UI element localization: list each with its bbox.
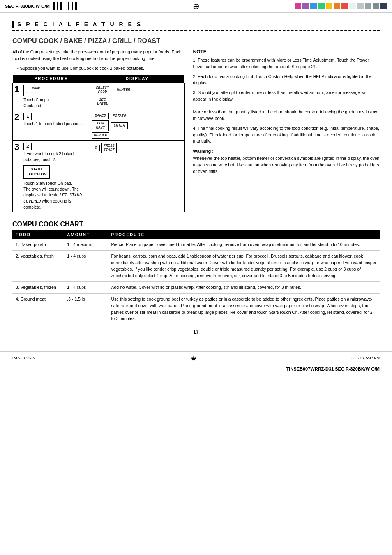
left-column: All of the Compu settings take the guess… [12, 49, 185, 212]
display-number2: NUMBER [92, 132, 109, 139]
header-colors [295, 3, 387, 9]
color-block-11 [373, 3, 379, 9]
chart-food-4: 4. Ground meat [12, 294, 64, 325]
note-item-4: The final cooking result will vary accor… [193, 125, 380, 145]
compass-icon: ⊕ [193, 2, 200, 11]
footer-bottom-text: TINSEB007WRRZ-D31 SEC R-820BK/W O/M [0, 365, 392, 373]
note-item-3: Should you attempt to enter more or less… [193, 90, 380, 122]
note-section: NOTE: These features can be programmed w… [193, 49, 380, 145]
chart-heading: COMPU COOK CHART [12, 221, 380, 228]
chart-procedure-2: For beans, carrots, corn and peas, add 1… [108, 251, 380, 282]
procedure-display-table: PROCEDURE DISPLAY 1 COOK [12, 75, 185, 212]
display-press-start: PRESSSTART [101, 143, 117, 153]
warning-text: Whenever the top heater, bottom heater o… [193, 155, 380, 175]
display-see-label: SEELABEL [92, 97, 113, 107]
display-baked: BAKED [92, 113, 109, 119]
chart-row-2: 2. Vegetables, fresh1 - 4 cupsFor beans,… [12, 251, 380, 282]
header-compass: ⊕ [193, 1, 200, 11]
display-potato: POTATO [111, 113, 128, 119]
chart-section: COMPU COOK CHART FOOD AMOUNT PROCEDURE 1… [12, 221, 380, 325]
header-barcode [53, 2, 77, 10]
cook-button-label: COOK [26, 86, 46, 90]
chart-food-1: 1. Baked potato [12, 239, 64, 251]
color-block-10 [365, 3, 371, 9]
chart-procedure-1: Pierce. Place on paper-towel-lined turnt… [108, 239, 380, 251]
step-3-procedure: 3 2 If you want to cook 2 baked potatoes… [13, 141, 90, 212]
display-header: DISPLAY [90, 75, 184, 83]
color-block-6 [334, 3, 340, 9]
step-1-text: Touch CompuCook pad. [23, 97, 49, 109]
chart-amount-4: .3 - 1.5 lb [64, 294, 108, 325]
chart-row-3: 3. Vegetables, frozen1 - 4 cupsAdd no wa… [12, 282, 380, 294]
step-1-content: COOK · · · · · Touch CompuCook pad. [23, 85, 49, 109]
warning-heading: Warning : [193, 149, 380, 154]
step-3-text: Touch Start/Touch On pad.The oven will c… [23, 181, 88, 210]
step-2-text: Touch 1 to cook baked potatoes. [23, 121, 83, 127]
step-2-procedure: 2 1 Touch 1 to cook baked potatoes. [13, 111, 90, 141]
chart-amount-3: 1 - 4 cups [64, 282, 108, 294]
page-number: 17 [12, 329, 380, 335]
chart-row-1: 1. Baked potato1 - 4 mediumPierce. Place… [12, 239, 380, 251]
footer-left: R-820B 11-19 [12, 356, 35, 360]
right-column: NOTE: These features can be programmed w… [193, 49, 380, 212]
header-left: SEC R-820BK/W O/M [5, 2, 77, 10]
chart-amount-2: 1 - 4 cups [64, 251, 108, 282]
procedure-header: PROCEDURE [13, 75, 90, 83]
start-touch-button[interactable]: STARTTOUCH ON [23, 165, 50, 179]
chart-food-2: 2. Vegetables, fresh [12, 251, 64, 282]
footer-right: 03.5.16, 5:47 PM [351, 356, 380, 360]
chart-procedure-4: Use this setting to cook ground beef or … [108, 294, 380, 325]
step-2-content: 1 Touch 1 to cook baked potatoes. [23, 113, 83, 127]
step-2-display: BAKED POTATO HOWMANY ENTER NUMBER [90, 111, 184, 141]
note-heading: NOTE: [193, 49, 380, 55]
footer: R-820B 11-19 ⊕ 03.5.16, 5:47 PM [0, 351, 392, 365]
color-block-9 [357, 3, 364, 9]
compass-footer: ⊕ [191, 355, 196, 362]
cook-button: COOK · · · · · [23, 85, 48, 96]
display-enter: ENTER [111, 122, 128, 129]
chart-table: FOOD AMOUNT PROCEDURE 1. Baked potato1 -… [12, 230, 380, 325]
display-2: 2 [92, 145, 99, 151]
cook-button-dots: · · · · · [26, 91, 46, 94]
number-2-box: 2 [23, 143, 32, 150]
intro-text: All of the Compu settings take the guess… [12, 49, 185, 62]
chart-header-row: FOOD AMOUNT PROCEDURE [12, 230, 380, 239]
step-3-number: 3 [14, 143, 19, 152]
note-item-1: These features can be programmed with Mo… [193, 57, 380, 70]
footer-page-center: ⊕ [191, 355, 196, 362]
step-2-number: 2 [14, 113, 19, 122]
chart-amount-header: AMOUNT [64, 230, 108, 239]
chart-food-header: FOOD [12, 230, 64, 239]
color-block-7 [341, 3, 348, 9]
two-column-layout: All of the Compu settings take the guess… [12, 49, 380, 212]
main-content: S P E C I A L F E A T U R E S COMPU COOK… [0, 13, 392, 343]
step-3-text-optional: If you want to cook 2 baked potatoes, to… [23, 151, 88, 163]
color-block-8 [349, 3, 356, 9]
step-3-display: 2 PRESSSTART [90, 141, 184, 212]
note-list: These features can be programmed with Mo… [193, 57, 380, 145]
color-block-2 [302, 3, 309, 9]
color-block-3 [310, 3, 317, 9]
number-1-box: 1 [23, 113, 32, 120]
note-item-2: Each food has a cooking hint. Touch Cust… [193, 74, 380, 87]
compu-cook-heading: COMPU COOK / BAKE / PIZZA / GRILL / ROAS… [12, 37, 380, 45]
chart-procedure-header: PROCEDURE [108, 230, 380, 239]
warning-section: Warning : Whenever the top heater, botto… [193, 149, 380, 175]
color-block-12 [380, 3, 387, 9]
step-1-row: 1 COOK · · · · · Touch CompuCook pad. [13, 83, 185, 111]
display-number: NUMBER [115, 87, 132, 93]
chart-food-3: 3. Vegetables, frozen [12, 282, 64, 294]
section-divider [12, 30, 380, 31]
chart-amount-1: 1 - 4 medium [64, 239, 108, 251]
step-3-row: 3 2 If you want to cook 2 baked potatoes… [13, 141, 185, 212]
step-1-number: 1 [14, 85, 19, 94]
color-block-4 [318, 3, 325, 9]
step-1-procedure: 1 COOK · · · · · Touch CompuCook pad. [13, 83, 90, 111]
display-select-food: SELECTFOOD [92, 85, 113, 95]
bullet-text: • Suppose you want to use CompuCook to c… [17, 65, 185, 72]
step-1-display: SELECTFOOD NUMBER SEELABEL [90, 83, 184, 111]
color-block-1 [295, 3, 301, 9]
chart-procedure-3: Add no water. Cover with lid or plastic … [108, 282, 380, 294]
header-title: SEC R-820BK/W O/M [5, 4, 50, 9]
chart-row-4: 4. Ground meat.3 - 1.5 lbUse this settin… [12, 294, 380, 325]
